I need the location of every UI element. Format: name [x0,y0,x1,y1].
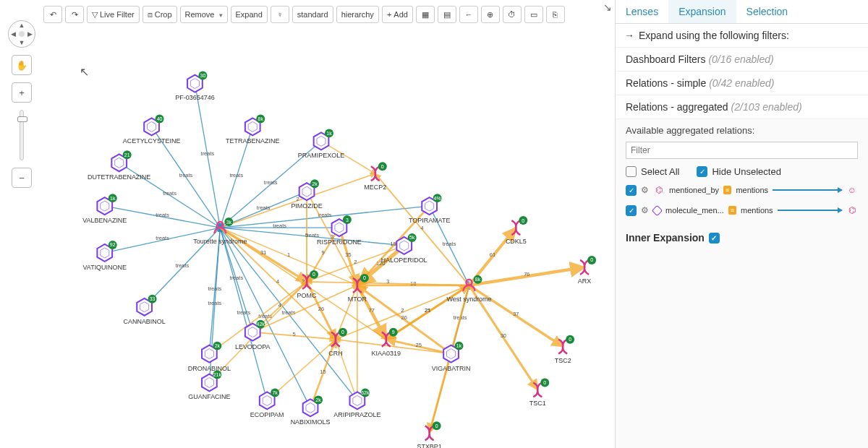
molecule-node[interactable]: 33CANNABINOL [123,295,165,325]
gene-node[interactable]: 0ARX [578,256,596,285]
live-filter-button[interactable]: ▽ Live Filter [87,6,140,23]
hide-unselected-checkbox[interactable]: ✓ [697,166,707,177]
molecule-node[interactable]: 5kHALOPERIDOL [381,233,427,264]
svg-text:STXBP1: STXBP1 [417,443,441,448]
svg-text:VIGABATRIN: VIGABATRIN [432,365,471,372]
relation-checkbox[interactable]: ✓ [626,205,637,216]
gear-icon[interactable]: ⚙ [641,185,649,195]
globe-icon[interactable]: ⊕ [481,6,500,23]
pan-wheel[interactable]: ▲▼▶◀ [8,20,35,48]
filter-relations-simple[interactable]: Relations - simple (0/42 enabled) [616,72,868,95]
folder-icon[interactable]: ▭ [524,6,543,23]
hide-unselected-label: Hide Unselected [712,166,780,177]
time-icon[interactable]: ⏱ [503,6,522,23]
svg-text:1k: 1k [456,343,462,348]
svg-text:treats: treats [264,179,278,186]
zoom-out-button[interactable]: − [12,168,32,188]
molecule-node[interactable]: 21DUTETRABENAZINE [88,150,150,181]
svg-text:ECOPIPAM: ECOPIPAM [250,411,284,418]
svg-text:treats: treats [179,172,193,178]
molecule-node[interactable]: 1kVIGABATRIN [432,342,471,372]
svg-text:2k: 2k [312,181,318,186]
crop-button[interactable]: ⧈ Crop [142,6,177,23]
add-button[interactable]: + Add [382,6,413,23]
molecule-node[interactable]: 62kARIPIPRAZOLE [333,388,380,418]
redo-button[interactable]: ↷ [65,6,84,23]
molecule-icon [652,204,663,216]
right-panel: Lenses Expansion Selection → Expand usin… [615,0,868,448]
gene-node[interactable]: 0STXBP1 [417,421,441,448]
hand-tool-button[interactable]: ✋ [12,55,32,75]
svg-text:PRAMIPEXOLE: PRAMIPEXOLE [298,152,344,159]
expand-arrow-icon: → [624,30,634,41]
molecule-node[interactable]: 2kNABIXIMOLS [291,395,331,426]
svg-text:0: 0 [522,218,524,223]
tab-expansion[interactable]: Expansion [668,0,736,23]
svg-text:9: 9 [392,329,395,335]
svg-text:treats: treats [176,262,190,269]
expand-button[interactable]: Expand [231,6,268,23]
back-icon[interactable]: ← [459,6,478,23]
relation-checkbox[interactable]: ✓ [626,185,637,196]
layout-hierarchy-button[interactable]: hierarchy [336,6,379,23]
svg-text:7k: 7k [272,390,278,395]
gene-node[interactable]: 0CDKL5 [506,216,527,245]
layout-icon[interactable]: ▤ [438,6,456,23]
svg-text:VALBENAZINE: VALBENAZINE [82,217,127,224]
svg-text:VATIQUINONE: VATIQUINONE [83,264,127,271]
molecule-node[interactable]: 4%TOPIRAMATE [409,194,450,224]
undo-button[interactable]: ↶ [43,6,62,23]
molecule-node[interactable]: 8kTETRABENAZINE [226,114,279,145]
save-icon[interactable]: ▦ [416,6,435,23]
filter-relations-aggregated[interactable]: Relations - aggregated (2/103 enabled) [616,95,868,119]
gene-node[interactable]: 0POMC [297,270,318,299]
relation-row-1[interactable]: ✓ ⚙ molecule_men... ≡ mentions ⌬ [626,204,858,216]
svg-text:37: 37 [513,311,519,317]
svg-text:1: 1 [287,251,290,258]
inner-expansion-checkbox[interactable]: ✓ [709,233,720,244]
svg-text:5k: 5k [409,236,415,241]
molecule-node[interactable]: 3RISPERIDONE [317,215,362,246]
molecule-node[interactable]: 2kDRONABINOL [188,342,231,372]
graph-canvas[interactable]: treatstreatstreatstreatstreatstreatstrea… [36,29,613,448]
relation-row-0[interactable]: ✓ ⚙ ⌬ mentioned_by ≡ mentions ☺ [626,184,858,196]
molecule-node[interactable]: 21kGUANFACINE [188,371,230,401]
gene-icon: ⌬ [846,204,858,216]
remove-button[interactable]: Remove [180,6,228,23]
molecule-node[interactable]: 7kECOPIPAM [250,388,284,418]
svg-text:35: 35 [345,251,351,258]
molecule-node[interactable]: 92VATIQUINONE [83,241,127,271]
filter-dashboard[interactable]: Dashboard Filters (0/16 enabled) [616,48,868,72]
svg-text:KIAA0319: KIAA0319 [372,350,401,357]
relation-filter-input[interactable] [626,142,858,159]
tab-lenses[interactable]: Lenses [616,0,668,23]
svg-text:62k: 62k [361,390,370,395]
svg-text:8k: 8k [258,116,264,121]
svg-text:4: 4 [276,278,279,285]
zoom-slider[interactable] [20,110,24,160]
svg-text:treats: treats [208,285,222,292]
svg-text:9: 9 [321,249,324,256]
gene-node[interactable]: 0TSC2 [555,335,574,364]
svg-text:treats: treats [163,190,176,197]
tag-icon: ≡ [728,206,736,215]
select-all-checkbox[interactable] [626,166,637,177]
svg-text:0: 0 [590,257,593,262]
export-icon[interactable]: ⎘ [546,6,565,23]
molecule-node[interactable]: 30PF-03654746 [175,72,214,102]
zoom-in-button[interactable]: + [12,82,32,103]
molecule-node[interactable]: 40ACETYLCYSTEINE [123,114,181,145]
collapse-panel-icon[interactable]: ↘ [603,1,612,13]
svg-text:15: 15 [320,369,326,375]
gene-node[interactable]: 0CRH [328,328,347,357]
panel-tabs: Lenses Expansion Selection [616,0,868,24]
svg-text:19: 19 [391,241,396,247]
svg-text:92: 92 [110,242,116,247]
bulb-button[interactable]: ♀ [271,6,289,23]
molecule-node[interactable]: 1kPRAMIPEXOLE [298,129,344,159]
molecule-node[interactable]: 2kPIMOZIDE [291,179,322,210]
tab-selection[interactable]: Selection [736,0,799,23]
inner-expansion-toggle[interactable]: Inner Expansion ✓ [616,220,868,255]
gear-icon[interactable]: ⚙ [641,205,649,215]
layout-standard-button[interactable]: standard [292,6,333,23]
